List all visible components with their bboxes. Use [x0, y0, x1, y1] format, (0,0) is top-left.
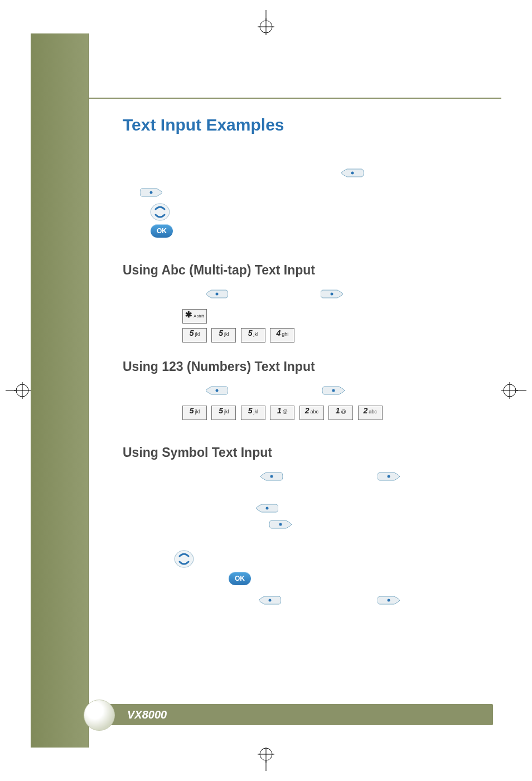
softkey-left-icon	[205, 384, 228, 399]
softkey-right-icon	[140, 186, 163, 201]
footer-model: VX8000	[127, 708, 167, 721]
key-2: 2abc	[358, 406, 383, 420]
section-123: Using 123 (Numbers) Text Input 5jkl 5jkl…	[123, 359, 473, 420]
page-title: Text Input Examples	[123, 115, 473, 134]
softkey-right-icon	[269, 518, 293, 533]
softkey-left-icon	[255, 502, 278, 517]
key-1: 1@	[270, 406, 294, 420]
nav-updown-icon	[174, 549, 194, 571]
svg-point-22	[332, 389, 335, 392]
svg-point-17	[150, 191, 153, 194]
svg-point-20	[331, 293, 333, 296]
crop-mark-right	[499, 377, 526, 404]
svg-point-29	[388, 599, 390, 602]
footer-page-circle	[84, 700, 115, 731]
key-2: 2abc	[299, 406, 324, 420]
olive-sidebar	[31, 33, 89, 748]
key-5: 5jkl	[241, 328, 265, 343]
softkey-right-icon	[322, 384, 346, 399]
softkey-left-icon	[340, 167, 364, 181]
svg-point-23	[270, 475, 273, 478]
content-area: Text Input Examples OK Using Abc (Multi-…	[89, 98, 501, 748]
key-1: 1@	[328, 406, 353, 420]
svg-point-25	[266, 507, 269, 510]
svg-point-24	[388, 475, 390, 478]
svg-point-16	[351, 172, 354, 175]
key-5: 5jkl	[182, 328, 207, 343]
softkey-left-icon	[258, 594, 281, 609]
softkey-left-icon	[205, 288, 228, 302]
key-5: 5jkl	[241, 406, 265, 420]
ok-button-icon: OK	[151, 224, 173, 238]
key-row-5554: 5jkl 5jkl 5jkl 4ghi	[123, 328, 473, 343]
section-heading-symbol: Using Symbol Text Input	[123, 445, 473, 460]
key-5: 5jkl	[211, 406, 236, 420]
section-symbol: Using Symbol Text Input OK	[123, 445, 473, 615]
section-heading-abc: Using Abc (Multi-tap) Text Input	[123, 263, 473, 278]
section-heading-123: Using 123 (Numbers) Text Input	[123, 359, 473, 374]
key-5: 5jkl	[211, 328, 236, 343]
ok-button-icon: OK	[229, 572, 251, 585]
key-row-shift: ✱A shift	[123, 309, 473, 324]
softkey-right-icon	[321, 288, 344, 302]
footer-bar: VX8000	[96, 704, 493, 725]
crop-mark-left	[6, 377, 33, 404]
key-5: 5jkl	[182, 406, 207, 420]
key-4: 4ghi	[270, 328, 294, 343]
svg-point-19	[216, 293, 219, 296]
section-abc: Using Abc (Multi-tap) Text Input ✱A shif…	[123, 263, 473, 343]
softkey-right-icon	[378, 470, 401, 485]
key-row-5551212: 5jkl 5jkl 5jkl 1@ 2abc 1@ 2abc	[123, 406, 473, 420]
nav-updown-icon	[150, 203, 170, 224]
svg-point-28	[269, 599, 272, 602]
key-star-shift: ✱A shift	[182, 309, 207, 324]
svg-point-26	[279, 523, 282, 526]
page-frame: Text Input Examples OK Using Abc (Multi-…	[31, 33, 501, 748]
softkey-right-icon	[378, 594, 401, 609]
svg-point-21	[216, 389, 219, 392]
softkey-left-icon	[259, 470, 283, 485]
